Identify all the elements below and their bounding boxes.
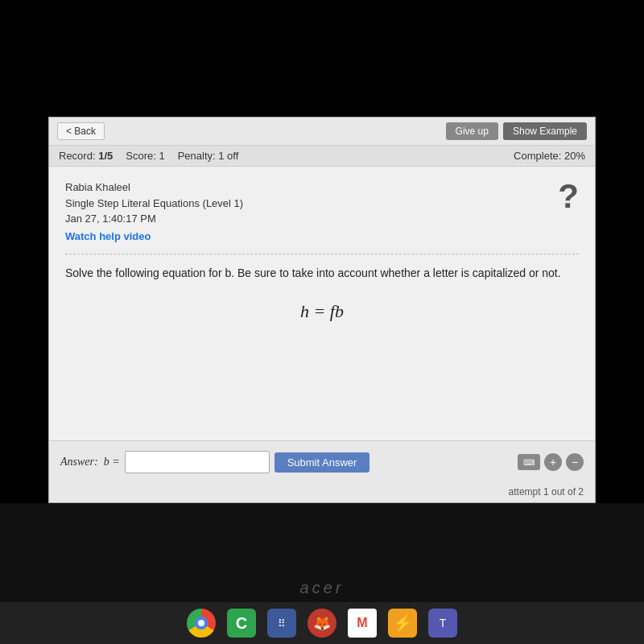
student-info: Rabia Khaleel Single Step Literal Equati…: [65, 180, 243, 244]
assignment-title: Single Step Literal Equations (Level 1): [65, 196, 243, 212]
problem-instruction: Solve the following equation for b. Be s…: [65, 264, 579, 282]
give-up-button[interactable]: Give up: [446, 122, 498, 140]
show-example-button[interactable]: Show Example: [503, 122, 587, 140]
taskbar-fox-icon[interactable]: 🦊: [308, 609, 336, 638]
submit-answer-button[interactable]: Submit Answer: [275, 452, 370, 473]
answer-label: Answer: b =: [60, 456, 120, 469]
main-panel: < Back Give up Show Example Record: 1/5 …: [48, 117, 596, 503]
record-field: Record: 1/5: [59, 150, 113, 162]
keyboard-icon[interactable]: ⌨: [518, 454, 540, 470]
black-bottom: acer C ⠿ 🦊 M ⚡ T: [0, 503, 644, 644]
taskbar-dots-icon[interactable]: ⠿: [267, 609, 296, 638]
watch-help-link[interactable]: Watch help video: [65, 229, 151, 245]
header-section: Rabia Khaleel Single Step Literal Equati…: [65, 180, 579, 244]
taskbar-green-icon[interactable]: C: [227, 609, 256, 638]
attempt-text: attempt 1 out of 2: [49, 483, 595, 502]
complete-label: Complete:: [514, 150, 561, 162]
zoom-out-button[interactable]: −: [566, 453, 584, 471]
content-area: Rabia Khaleel Single Step Literal Equati…: [49, 167, 595, 440]
taskbar-gmail-icon[interactable]: M: [348, 609, 377, 638]
complete-value: 20%: [564, 150, 585, 162]
brand-text: acer: [0, 579, 644, 602]
zoom-in-button[interactable]: +: [544, 453, 562, 471]
taskbar-lightning-icon[interactable]: ⚡: [388, 609, 417, 638]
taskbar-chrome-icon[interactable]: [187, 609, 216, 638]
student-name: Rabia Khaleel: [65, 180, 243, 196]
nav-bar: < Back Give up Show Example: [49, 118, 595, 146]
answer-left: Answer: b = Submit Answer: [60, 451, 369, 473]
score-value: 1: [159, 150, 164, 162]
complete-field: Complete: 20%: [514, 150, 585, 162]
section-divider: [65, 254, 579, 254]
nav-right-buttons: Give up Show Example: [446, 122, 587, 140]
record-value: 1/5: [98, 150, 113, 162]
answer-right-controls: ⌨ + −: [518, 453, 584, 471]
score-label: Score:: [126, 150, 156, 162]
penalty-value: 1 off: [218, 150, 238, 162]
back-button[interactable]: < Back: [57, 122, 105, 140]
taskbar: C ⠿ 🦊 M ⚡ T: [0, 602, 644, 644]
help-icon[interactable]: ?: [558, 180, 579, 213]
assignment-datetime: Jan 27, 1:40:17 PM: [65, 211, 243, 227]
equation-display: h = fb: [65, 301, 579, 322]
taskbar-teams-icon[interactable]: T: [428, 609, 457, 638]
penalty-field: Penalty: 1 off: [178, 150, 239, 162]
answer-input[interactable]: [125, 451, 270, 473]
record-bar: Record: 1/5 Score: 1 Penalty: 1 off Comp…: [49, 146, 595, 167]
record-label: Record:: [59, 150, 96, 162]
score-field: Score: 1: [126, 150, 164, 162]
answer-area: Answer: b = Submit Answer ⌨ + −: [49, 440, 595, 483]
record-info: Record: 1/5 Score: 1 Penalty: 1 off: [59, 150, 238, 162]
penalty-label: Penalty:: [178, 150, 216, 162]
